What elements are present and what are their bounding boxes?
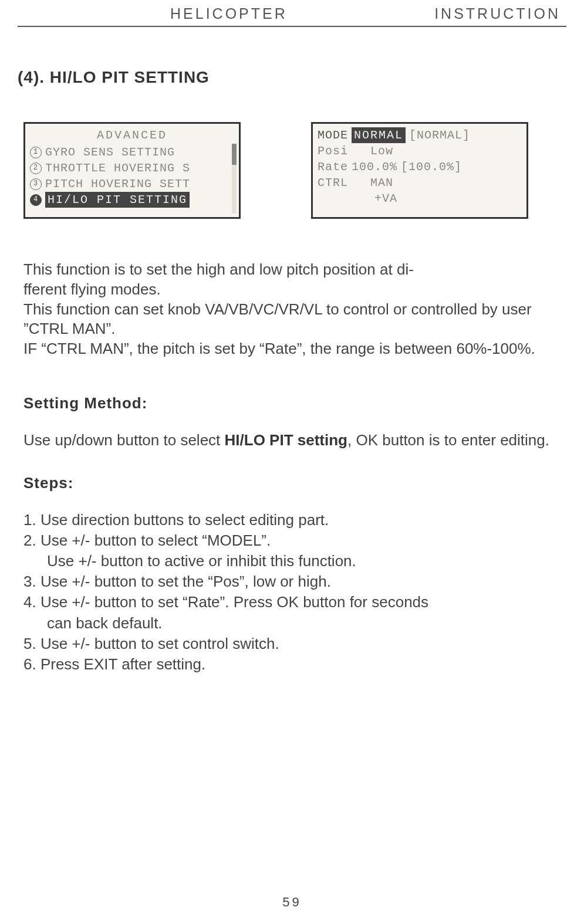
header-left: HELICOPTER bbox=[170, 5, 288, 22]
method-text-after: , OK button is to enter editing. bbox=[347, 431, 549, 449]
menu-item-label: PITCH HOVERING SETT bbox=[45, 176, 190, 192]
rate-label: Rate bbox=[318, 159, 348, 175]
method-text-before: Use up/down button to select bbox=[23, 431, 225, 449]
lcd-left-item-2: 2 THROTTLE HOVERING S bbox=[30, 160, 234, 176]
body-p2: This function can set knob VA/VB/VC/VR/V… bbox=[23, 300, 561, 340]
mode-value-selected: NORMAL bbox=[352, 127, 406, 143]
lcd-left-item-1: 1 GYRO SENS SETTING bbox=[30, 144, 234, 160]
lcd-right: MODE NORMAL[NORMAL] Posi Low Rate 100.0%… bbox=[311, 122, 528, 219]
lcd-row: ADVANCED 1 GYRO SENS SETTING 2 THROTTLE … bbox=[23, 122, 561, 219]
lcd-right-ctrl-line: CTRL MAN bbox=[318, 175, 522, 191]
body-p1: This function is to set the high and low… bbox=[23, 260, 561, 300]
lcd-scrollbar bbox=[232, 144, 237, 214]
steps-list: 1. Use direction buttons to select editi… bbox=[23, 510, 561, 675]
step-2b: Use +/- button to active or inhibit this… bbox=[23, 551, 561, 571]
posi-value: Low bbox=[370, 143, 393, 159]
ctrl-value: MAN bbox=[370, 175, 393, 191]
setting-method-heading: Setting Method: bbox=[23, 394, 561, 412]
ctrl-label: CTRL bbox=[318, 175, 348, 191]
menu-number-icon: 3 bbox=[30, 178, 42, 190]
lcd-right-rate-line: Rate 100.0%[100.0%] bbox=[318, 159, 522, 175]
step-6: 6. Press EXIT after setting. bbox=[23, 654, 561, 675]
steps-heading: Steps: bbox=[23, 474, 561, 492]
posi-label: Posi bbox=[318, 143, 348, 159]
menu-item-label: THROTTLE HOVERING S bbox=[45, 160, 190, 176]
step-4b: can back default. bbox=[23, 613, 561, 634]
rate-bracket: [100.0%] bbox=[401, 159, 462, 175]
step-2: 2. Use +/- button to select “MODEL”. bbox=[23, 530, 561, 551]
menu-item-label-selected: HI/LO PIT SETTING bbox=[45, 192, 190, 208]
step-4: 4. Use +/- button to set “Rate”. Press O… bbox=[23, 592, 561, 612]
menu-number-icon: 1 bbox=[30, 147, 42, 158]
lcd-right-va-line: +VA bbox=[318, 191, 522, 207]
body-p3: IF “CTRL MAN”, the pitch is set by “Rate… bbox=[23, 339, 561, 359]
lcd-left-item-4: 4 HI/LO PIT SETTING bbox=[30, 192, 234, 208]
body-text: This function is to set the high and low… bbox=[23, 260, 561, 359]
step-3: 3. Use +/- button to set the “Pos”, low … bbox=[23, 571, 561, 592]
page-number: 59 bbox=[0, 895, 584, 910]
step-1: 1. Use direction buttons to select editi… bbox=[23, 510, 561, 530]
lcd-left-title: ADVANCED bbox=[30, 127, 234, 143]
header-rule bbox=[18, 26, 566, 27]
menu-item-label: GYRO SENS SETTING bbox=[45, 144, 175, 160]
setting-method-text: Use up/down button to select HI/LO PIT s… bbox=[23, 430, 561, 451]
method-text-bold: HI/LO PIT setting bbox=[225, 431, 347, 449]
mode-label: MODE bbox=[318, 127, 348, 143]
rate-value: 100.0% bbox=[352, 159, 397, 175]
lcd-left: ADVANCED 1 GYRO SENS SETTING 2 THROTTLE … bbox=[23, 122, 241, 219]
page-header: HELICOPTER INSTRUCTION bbox=[18, 0, 566, 26]
lcd-right-posi-line: Posi Low bbox=[318, 143, 522, 159]
lcd-right-mode-line: MODE NORMAL[NORMAL] bbox=[318, 127, 522, 143]
menu-number-icon: 2 bbox=[30, 163, 42, 174]
menu-number-icon: 4 bbox=[30, 194, 42, 206]
lcd-left-item-3: 3 PITCH HOVERING SETT bbox=[30, 176, 234, 192]
header-right: INSTRUCTION bbox=[434, 5, 561, 22]
section-title: (4). HI/LO PIT SETTING bbox=[18, 68, 566, 87]
va-label: +VA bbox=[374, 191, 397, 207]
step-5: 5. Use +/- button to set control switch. bbox=[23, 634, 561, 654]
mode-bracket: [NORMAL] bbox=[409, 127, 470, 143]
page: HELICOPTER INSTRUCTION (4). HI/LO PIT SE… bbox=[0, 0, 584, 924]
